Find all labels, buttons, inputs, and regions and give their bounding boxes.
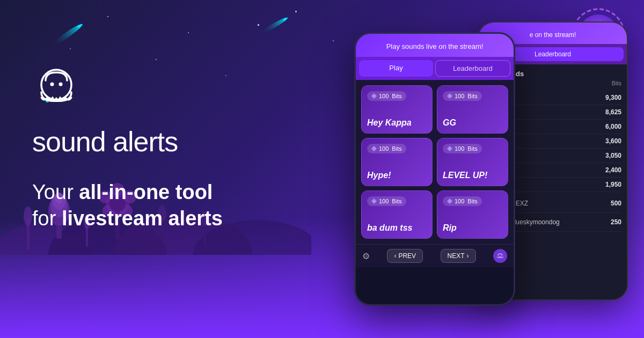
brand-name: sound alerts (32, 126, 223, 158)
bits-diamond-icon (447, 146, 452, 151)
sound-card-rip[interactable]: 100 Bits Rip (437, 190, 508, 239)
phone-navigation: ⚙ ‹ PREV NEXT › (356, 244, 514, 267)
svg-point-26 (24, 207, 32, 226)
sound-card-hey-kappa[interactable]: 100 Bits Hey Kappa (361, 85, 433, 134)
bits-badge: 100 Bits (443, 196, 482, 206)
prev-button[interactable]: ‹ PREV (387, 249, 423, 263)
bits-badge: 100 Bits (443, 91, 482, 101)
sound-name: Hype! (367, 171, 427, 180)
svg-point-34 (50, 83, 54, 86)
left-content: sound alerts Your all-in-one tool for li… (32, 64, 223, 232)
next-button[interactable]: NEXT › (441, 249, 476, 263)
bits-diamond-icon (447, 199, 452, 204)
sound-card-gg[interactable]: 100 Bits GG (437, 85, 508, 134)
tagline: Your all-in-one tool for livestream aler… (32, 179, 223, 232)
bits-diamond-icon (447, 93, 452, 99)
sound-name: ba dum tss (367, 223, 427, 233)
bits-diamond-icon (371, 146, 377, 151)
logo-icon (32, 64, 80, 113)
sound-name: LEVEL UP! (443, 171, 502, 180)
sound-name: Hey Kappa (367, 118, 427, 128)
bits-diamond-icon (371, 199, 377, 204)
phone-header-text: Play sounds live on the stream! (362, 42, 507, 50)
svg-point-35 (59, 83, 63, 86)
sound-card-badumtss[interactable]: 100 Bits ba dum tss (361, 190, 433, 239)
sound-grid: 100 Bits Hey Kappa 100 Bits GG 100 (356, 80, 514, 244)
tab-play[interactable]: Play (359, 60, 433, 77)
sound-name: Rip (443, 223, 502, 233)
bits-badge: 100 Bits (367, 91, 406, 101)
tab-leaderboard[interactable]: Leaderboard (435, 60, 510, 77)
svg-point-33 (41, 70, 71, 100)
bits-badge: 100 Bits (367, 196, 406, 206)
sound-card-levelup[interactable]: 100 Bits LEVEL UP! (437, 138, 508, 186)
sound-card-hype[interactable]: 100 Bits Hype! (361, 138, 433, 186)
profile-icon[interactable] (493, 249, 507, 263)
bits-badge: 100 Bits (443, 144, 482, 153)
bits-badge: 100 Bits (367, 144, 406, 153)
phone-header: Play sounds live on the stream! (356, 34, 514, 57)
tab-bar: Play Leaderboard (356, 57, 514, 80)
sound-name: GG (443, 118, 502, 128)
bits-diamond-icon (371, 93, 377, 99)
settings-icon[interactable]: ⚙ (362, 251, 370, 261)
phone-front: Play sounds live on the stream! Play Lea… (354, 32, 515, 306)
phones-container: e on the stream! Leaderboard Top Sounds … (333, 0, 644, 338)
